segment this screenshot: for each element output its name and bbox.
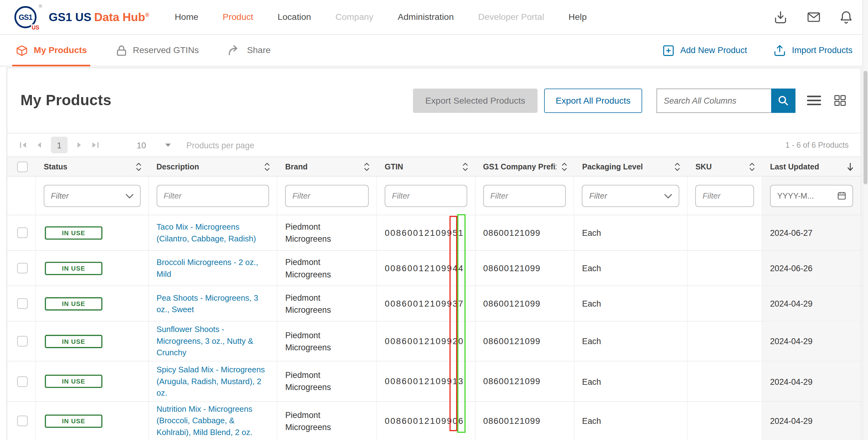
nav-help[interactable]: Help [569, 12, 587, 22]
page-size-value[interactable]: 10 [137, 140, 146, 150]
last_updated-value: 2024-04-29 [770, 416, 812, 426]
vertical-scrollbar[interactable] [862, 0, 868, 440]
page-title: My Products [21, 92, 112, 109]
column-header-sku[interactable]: SKU [688, 157, 763, 176]
company-prefix-value: 08600121099 [483, 416, 540, 426]
search-input[interactable] [656, 88, 771, 112]
filter-input-brand[interactable] [285, 185, 369, 207]
add-new-product-button[interactable]: Add New Product [662, 44, 747, 57]
cell-brand: Piedmont Microgreens [278, 402, 377, 440]
product-description-link[interactable]: Sunflower Shoots - Microgreens, 3 oz., N… [156, 324, 269, 358]
cell-prefix: 08600121099 [475, 402, 574, 440]
pagination-bar: 1 10 Products per page 1 - 6 of 6 Produc… [7, 134, 861, 157]
filter-input-sku[interactable] [695, 185, 754, 207]
filter-cell-brand [278, 177, 377, 215]
product-description-link[interactable]: Taco Mix - Microgreens (Cilantro, Cabbag… [156, 221, 269, 244]
nav-administration[interactable]: Administration [398, 12, 454, 22]
registered-mark: ® [145, 11, 149, 18]
filter-input-description[interactable] [156, 185, 269, 207]
filter-select-status[interactable]: Filter [44, 185, 141, 207]
table-header-row: StatusDescriptionBrandGTINGS1 Company Pr… [7, 157, 861, 177]
nav-location[interactable]: Location [278, 12, 311, 22]
tab-my-products[interactable]: My Products [16, 35, 87, 66]
export-all-button[interactable]: Export All Products [544, 88, 642, 112]
column-header-description[interactable]: Description [149, 157, 277, 176]
filter-select-packaging_level[interactable]: Filter [582, 185, 679, 207]
import-products-button[interactable]: Import Products [772, 44, 852, 57]
status-badge: IN USE [45, 334, 102, 348]
table-row: IN USESpicy Salad Mix - Microgreens (Aru… [7, 361, 861, 402]
column-header-last_updated[interactable]: Last Updated [762, 157, 861, 176]
row-checkbox[interactable] [17, 298, 28, 309]
cell-checkbox [7, 321, 36, 361]
product-description-link[interactable]: Nutrition Mix - Microgreens (Broccoli, C… [156, 403, 269, 438]
tab-reserved-gtins[interactable]: Reserved GTINs [116, 35, 199, 66]
product-description-link[interactable]: Broccoli Microgreens - 2 oz., Mild [156, 257, 269, 280]
sort-toggle-icon[interactable] [556, 162, 568, 171]
cell-checkbox [7, 286, 36, 321]
cell-checkbox [7, 402, 36, 440]
cell-last_updated: 2024-04-29 [762, 402, 861, 440]
search-button[interactable] [771, 88, 796, 112]
column-header-packaging_level[interactable]: Packaging Level [574, 157, 687, 176]
next-page-button[interactable] [76, 142, 83, 148]
sort-toggle-icon[interactable] [359, 162, 370, 171]
cell-status: IN USE [36, 286, 149, 321]
row-checkbox[interactable] [17, 228, 28, 238]
column-chooser-button[interactable] [833, 93, 847, 107]
nav-product[interactable]: Product [223, 12, 253, 22]
gs1-logo-reg: ® [39, 4, 42, 9]
product-description-link[interactable]: Spicy Salad Mix - Microgreens (Arugula, … [156, 364, 269, 399]
column-header-gtin[interactable]: GTIN [377, 157, 475, 176]
product-description-link[interactable]: Pea Shoots - Microgreens, 3 oz., Sweet [156, 292, 269, 315]
tab-share[interactable]: Share [228, 35, 271, 66]
filter-input-prefix[interactable] [483, 185, 566, 207]
cell-last_updated: 2024-06-26 [762, 251, 861, 286]
column-header-prefix[interactable]: GS1 Company Prefix [475, 157, 574, 176]
scrollbar-thumb[interactable] [864, 71, 867, 184]
row-checkbox[interactable] [17, 416, 28, 427]
row-checkbox[interactable] [17, 263, 28, 273]
first-page-button[interactable] [19, 142, 27, 148]
sort-toggle-icon[interactable] [259, 162, 271, 171]
cell-prefix: 08600121099 [475, 215, 574, 250]
sort-toggle-icon[interactable] [744, 162, 755, 171]
mail-icon[interactable] [805, 10, 822, 24]
calendar-icon[interactable] [837, 191, 846, 200]
select-all-checkbox[interactable] [17, 162, 28, 172]
last-page-button[interactable] [91, 142, 99, 148]
export-selected-button[interactable]: Export Selected Products [413, 88, 537, 112]
status-badge: IN USE [45, 375, 102, 388]
sort-toggle-icon[interactable] [130, 162, 142, 171]
column-header-brand[interactable]: Brand [277, 157, 377, 176]
sort-toggle-icon[interactable] [670, 162, 681, 171]
nav-developer-portal: Developer Portal [478, 12, 544, 22]
brand-value: Piedmont Microgreens [285, 221, 353, 245]
company-prefix-value: 08600121099 [483, 263, 540, 273]
cell-status: IN USE [36, 321, 149, 361]
nav-home[interactable]: Home [175, 12, 198, 22]
sort-toggle-icon[interactable] [457, 162, 468, 171]
download-icon[interactable] [772, 10, 789, 25]
row-checkbox[interactable] [17, 336, 28, 347]
notifications-icon[interactable] [839, 10, 854, 25]
column-header-status[interactable]: Status [36, 157, 149, 176]
cell-checkbox [7, 215, 36, 250]
page-size-chevron-icon[interactable] [165, 143, 171, 147]
company-prefix-value: 08600121099 [483, 298, 540, 309]
filter-input-gtin[interactable] [385, 185, 467, 207]
current-page-button[interactable]: 1 [51, 137, 68, 154]
previous-page-button[interactable] [36, 142, 42, 148]
menu-button[interactable] [807, 95, 822, 106]
row-checkbox[interactable] [17, 376, 28, 387]
last_updated-value: 2024-04-29 [770, 377, 812, 386]
table-body: IN USETaco Mix - Microgreens (Cilantro, … [7, 215, 861, 440]
sort-descending-icon[interactable] [842, 162, 854, 171]
cell-sku [688, 215, 763, 250]
chevron-down-icon [664, 191, 672, 200]
cell-description: Sunflower Shoots - Microgreens, 3 oz., N… [149, 321, 277, 361]
tab-label: My Products [34, 45, 87, 55]
select-all-cell [7, 157, 36, 176]
cell-checkbox [7, 251, 36, 286]
status-badge: IN USE [45, 297, 102, 310]
